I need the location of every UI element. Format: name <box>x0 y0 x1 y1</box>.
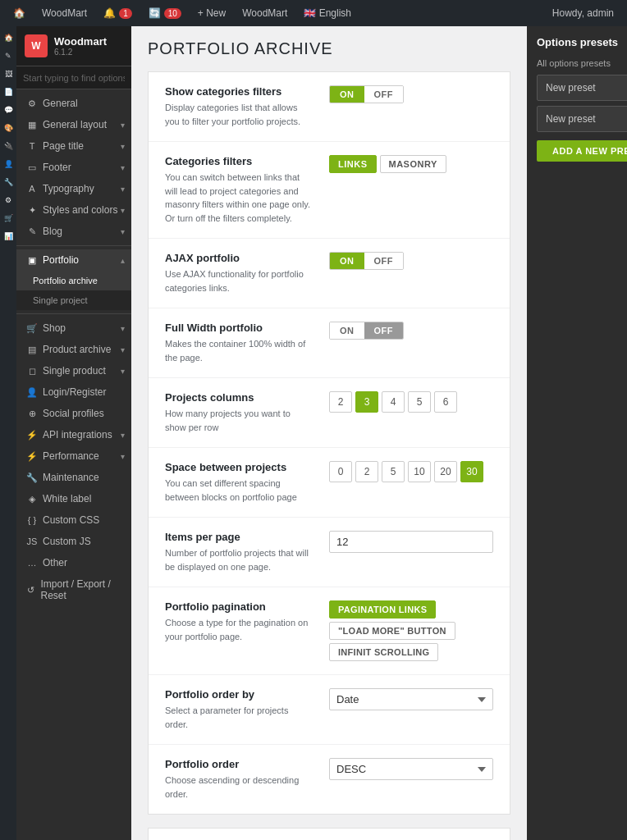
adminbar-howdy[interactable]: Howdy, admin <box>546 4 620 22</box>
sidebar-item-typography[interactable]: A Typography <box>16 178 131 199</box>
icon-users[interactable]: 👤 <box>0 156 16 172</box>
col-2-btn[interactable]: 2 <box>329 391 352 413</box>
ajax-portfolio-toggle: ON OFF <box>329 252 404 270</box>
portfolio-order-select[interactable]: ASC DESC <box>329 758 493 780</box>
adminbar-plugin[interactable]: WoodMart <box>236 4 294 22</box>
space-20-btn[interactable]: 20 <box>434 461 457 482</box>
icon-comments[interactable]: 💬 <box>0 102 16 118</box>
plugin-title: Woodmart <box>54 35 107 48</box>
sidebar-item-product-archive[interactable]: ▤ Product archive <box>16 339 131 360</box>
sidebar-item-styles-colors[interactable]: ✦ Styles and colors <box>16 199 131 221</box>
items-per-page-label: Items per page <box>165 531 313 543</box>
icon-settings[interactable]: ⚙ <box>0 192 16 208</box>
custom-css-icon: { } <box>26 515 38 525</box>
icon-pages[interactable]: 📄 <box>0 84 16 100</box>
pag-load-more-btn[interactable]: "LOAD MORE" BUTTON <box>329 622 455 640</box>
sidebar-item-maintenance[interactable]: 🔧 Maintenance <box>16 467 131 488</box>
sidebar-item-single-project[interactable]: Single project <box>16 290 131 310</box>
sidebar-item-social-profiles[interactable]: ⊕ Social profiles <box>16 403 131 424</box>
performance-icon: ⚡ <box>26 451 38 462</box>
sidebar-item-login-register[interactable]: 👤 Login/Register <box>16 381 131 403</box>
col-4-btn[interactable]: 4 <box>382 391 405 413</box>
sidebar-item-other[interactable]: … Other <box>16 552 131 573</box>
sidebar-item-shop[interactable]: 🛒 Shop <box>16 317 131 339</box>
single-product-icon: ◻ <box>26 366 38 377</box>
sidebar-item-performance[interactable]: ⚡ Performance <box>16 445 131 467</box>
portfolio-submenu: Portfolio archive Single project <box>16 271 131 310</box>
sidebar-item-import-export[interactable]: ↺ Import / Export / Reset <box>16 573 131 606</box>
preset-item-2[interactable]: New preset <box>537 106 627 132</box>
icon-appearance[interactable]: 🎨 <box>0 120 16 136</box>
sidebar-item-product-archive-label: Product archive <box>43 344 111 355</box>
space-2-btn[interactable]: 2 <box>355 461 378 482</box>
adminbar-site-name[interactable]: WoodMart <box>35 4 94 22</box>
show-categories-off-btn[interactable]: OFF <box>364 86 404 103</box>
nav-divider-shop <box>16 313 131 314</box>
page-title-icon: T <box>26 141 38 151</box>
adminbar-language[interactable]: 🇬🇧 English <box>297 4 358 22</box>
sidebar-item-footer[interactable]: ▭ Footer <box>16 157 131 178</box>
filter-links-btn[interactable]: LINKS <box>329 155 377 173</box>
add-preset-button[interactable]: ADD A NEW PRESET <box>537 140 627 162</box>
icon-plugins[interactable]: 🔌 <box>0 138 16 154</box>
preset-item-1[interactable]: New preset <box>537 75 627 101</box>
sidebar-item-white-label[interactable]: ◈ White label <box>16 488 131 509</box>
projects-columns-desc: How many projects you want to show per r… <box>165 407 313 434</box>
sidebar-item-blog[interactable]: ✎ Blog <box>16 221 131 242</box>
portfolio-order-by-desc: Select a parameter for projects order. <box>165 704 313 731</box>
sidebar-item-page-title[interactable]: T Page title <box>16 135 131 157</box>
col-6-btn[interactable]: 6 <box>434 391 457 413</box>
pag-infinit-btn[interactable]: INFINIT SCROLLING <box>329 643 438 661</box>
portfolio-order-desc: Choose ascending or descending order. <box>165 774 313 801</box>
space-between-desc: You can set different spacing between bl… <box>165 477 313 504</box>
sidebar-item-general-layout[interactable]: ▦ General layout <box>16 114 131 135</box>
setting-space-between: Space between projects You can set diffe… <box>149 448 510 518</box>
social-profiles-icon: ⊕ <box>26 409 38 419</box>
full-width-on-btn[interactable]: ON <box>330 322 364 339</box>
categories-filters-label: Categories filters <box>165 155 313 167</box>
sidebar-item-single-product[interactable]: ◻ Single product <box>16 360 131 381</box>
sidebar-item-portfolio-archive[interactable]: Portfolio archive <box>16 271 131 290</box>
adminbar-new[interactable]: + New <box>191 4 232 22</box>
sidebar-item-login-register-label: Login/Register <box>43 386 106 398</box>
filter-masonry-btn[interactable]: MASONRY <box>380 155 446 173</box>
ajax-portfolio-off-btn[interactable]: OFF <box>364 253 404 269</box>
portfolio-icon: ▣ <box>26 255 38 266</box>
icon-media[interactable]: 🖼 <box>0 66 16 82</box>
portfolio-order-by-select[interactable]: Date Title Name ID Modified Random <box>329 688 493 710</box>
space-30-btn[interactable]: 30 <box>460 461 483 482</box>
setting-portfolio-order: Portfolio order Choose ascending or desc… <box>149 745 510 814</box>
icon-posts[interactable]: ✎ <box>0 48 16 64</box>
portfolio-order-by-label: Portfolio order by <box>165 688 313 701</box>
icon-woocommerce[interactable]: 🛒 <box>0 210 16 226</box>
sidebar-item-blog-label: Blog <box>43 226 62 237</box>
icon-seo[interactable]: 📊 <box>0 228 16 244</box>
sidebar-item-custom-js[interactable]: JS Custom JS <box>16 531 131 552</box>
space-5-btn[interactable]: 5 <box>382 461 405 482</box>
space-10-btn[interactable]: 10 <box>408 461 431 482</box>
space-0-btn[interactable]: 0 <box>329 461 352 482</box>
search-input[interactable] <box>23 73 125 83</box>
sidebar-item-custom-css[interactable]: { } Custom CSS <box>16 509 131 531</box>
icon-dashboard[interactable]: 🏠 <box>0 30 16 46</box>
ajax-portfolio-on-btn[interactable]: ON <box>330 253 364 269</box>
sidebar-item-api-integrations[interactable]: ⚡ API integrations <box>16 424 131 445</box>
icon-tools[interactable]: 🔧 <box>0 174 16 190</box>
pag-links-btn[interactable]: PAGINATION LINKS <box>329 600 436 619</box>
adminbar-wp-logo[interactable]: 🏠 <box>7 4 32 22</box>
items-per-page-input[interactable] <box>329 531 493 553</box>
project-options-title: PROJECT OPTIONS <box>149 829 510 840</box>
adminbar-updates[interactable]: 🔄 10 <box>142 4 188 22</box>
sidebar-item-general-layout-label: General layout <box>43 119 107 130</box>
sidebar-item-portfolio[interactable]: ▣ Portfolio <box>16 249 131 271</box>
adminbar-notifications[interactable]: 🔔 1 <box>97 4 139 22</box>
col-5-btn[interactable]: 5 <box>408 391 431 413</box>
show-categories-on-btn[interactable]: ON <box>330 86 364 103</box>
wp-icon-sidebar: 🏠 ✎ 🖼 📄 💬 🎨 🔌 👤 🔧 ⚙ 🛒 📊 <box>0 26 16 840</box>
sidebar-item-other-label: Other <box>43 557 67 568</box>
sidebar-item-general[interactable]: ⚙ General <box>16 93 131 114</box>
full-width-off-btn[interactable]: OFF <box>364 322 404 339</box>
col-3-btn[interactable]: 3 <box>355 391 378 413</box>
plugin-version: 6.1.2 <box>54 48 107 57</box>
full-width-toggle: ON OFF <box>329 322 404 340</box>
